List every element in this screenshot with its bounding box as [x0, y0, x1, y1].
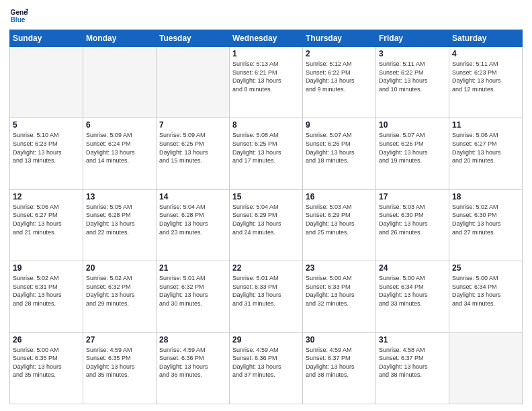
day-info: Sunrise: 5:03 AM Sunset: 6:30 PM Dayligh… — [379, 203, 446, 236]
calendar-cell: 22Sunrise: 5:01 AM Sunset: 6:33 PM Dayli… — [230, 261, 303, 332]
day-info: Sunrise: 5:09 AM Sunset: 6:24 PM Dayligh… — [86, 131, 153, 165]
calendar-cell: 1Sunrise: 5:13 AM Sunset: 6:21 PM Daylig… — [230, 47, 303, 118]
day-info: Sunrise: 5:04 AM Sunset: 6:28 PM Dayligh… — [159, 203, 226, 236]
calendar-cell: 9Sunrise: 5:07 AM Sunset: 6:26 PM Daylig… — [303, 118, 376, 189]
day-number: 17 — [379, 192, 446, 201]
day-info: Sunrise: 5:00 AM Sunset: 6:34 PM Dayligh… — [452, 274, 519, 308]
logo: General Blue — [9, 7, 31, 26]
weekday-header-row: SundayMondayTuesdayWednesdayThursdayFrid… — [10, 30, 523, 47]
day-info: Sunrise: 5:01 AM Sunset: 6:33 PM Dayligh… — [232, 274, 300, 308]
week-row-4: 19Sunrise: 5:02 AM Sunset: 6:31 PM Dayli… — [10, 261, 523, 332]
day-info: Sunrise: 5:06 AM Sunset: 6:27 PM Dayligh… — [13, 203, 80, 236]
day-info: Sunrise: 5:11 AM Sunset: 6:22 PM Dayligh… — [379, 60, 446, 93]
day-number: 3 — [379, 49, 446, 58]
calendar-cell: 3Sunrise: 5:11 AM Sunset: 6:22 PM Daylig… — [376, 47, 449, 118]
day-number: 1 — [232, 49, 300, 58]
calendar-cell: 10Sunrise: 5:07 AM Sunset: 6:26 PM Dayli… — [376, 118, 449, 189]
day-info: Sunrise: 5:02 AM Sunset: 6:31 PM Dayligh… — [13, 274, 80, 308]
day-number: 28 — [159, 335, 226, 345]
day-number: 6 — [86, 120, 153, 130]
week-row-5: 26Sunrise: 5:00 AM Sunset: 6:35 PM Dayli… — [10, 332, 523, 404]
day-number: 10 — [379, 120, 446, 130]
week-row-1: 1Sunrise: 5:13 AM Sunset: 6:21 PM Daylig… — [10, 47, 523, 118]
day-info: Sunrise: 5:05 AM Sunset: 6:28 PM Dayligh… — [86, 203, 153, 236]
day-info: Sunrise: 4:59 AM Sunset: 6:35 PM Dayligh… — [86, 346, 153, 379]
calendar-cell: 6Sunrise: 5:09 AM Sunset: 6:24 PM Daylig… — [83, 118, 157, 189]
weekday-header-wednesday: Wednesday — [230, 30, 303, 47]
weekday-header-tuesday: Tuesday — [157, 30, 230, 47]
day-number: 4 — [452, 49, 519, 58]
calendar-cell: 2Sunrise: 5:12 AM Sunset: 6:22 PM Daylig… — [303, 47, 376, 118]
day-info: Sunrise: 5:09 AM Sunset: 6:25 PM Dayligh… — [159, 131, 226, 165]
day-number: 13 — [86, 192, 153, 201]
day-number: 20 — [86, 263, 153, 273]
day-info: Sunrise: 4:59 AM Sunset: 6:36 PM Dayligh… — [159, 346, 226, 379]
calendar-cell: 14Sunrise: 5:04 AM Sunset: 6:28 PM Dayli… — [157, 189, 230, 261]
day-info: Sunrise: 5:07 AM Sunset: 6:26 PM Dayligh… — [306, 131, 373, 165]
weekday-header-thursday: Thursday — [303, 30, 376, 47]
calendar-cell — [157, 47, 230, 118]
day-number: 31 — [379, 335, 446, 345]
day-info: Sunrise: 4:59 AM Sunset: 6:36 PM Dayligh… — [232, 346, 300, 379]
day-number: 23 — [306, 263, 373, 273]
calendar-cell — [83, 47, 157, 118]
calendar-cell: 15Sunrise: 5:04 AM Sunset: 6:29 PM Dayli… — [230, 189, 303, 261]
weekday-header-saturday: Saturday — [449, 30, 523, 47]
day-number: 15 — [232, 192, 300, 201]
day-number: 18 — [452, 192, 519, 201]
day-info: Sunrise: 5:07 AM Sunset: 6:26 PM Dayligh… — [379, 131, 446, 165]
svg-text:Blue: Blue — [11, 16, 26, 24]
calendar-cell: 13Sunrise: 5:05 AM Sunset: 6:28 PM Dayli… — [83, 189, 157, 261]
weekday-header-monday: Monday — [83, 30, 157, 47]
day-number: 21 — [159, 263, 226, 273]
calendar-cell: 27Sunrise: 4:59 AM Sunset: 6:35 PM Dayli… — [83, 332, 157, 404]
day-number: 22 — [232, 263, 300, 273]
calendar-cell: 7Sunrise: 5:09 AM Sunset: 6:25 PM Daylig… — [157, 118, 230, 189]
day-info: Sunrise: 5:11 AM Sunset: 6:23 PM Dayligh… — [452, 60, 519, 93]
day-info: Sunrise: 5:00 AM Sunset: 6:34 PM Dayligh… — [379, 274, 446, 308]
day-number: 9 — [306, 120, 373, 130]
weekday-header-sunday: Sunday — [10, 30, 83, 47]
calendar-cell: 18Sunrise: 5:02 AM Sunset: 6:30 PM Dayli… — [449, 189, 523, 261]
calendar-cell: 16Sunrise: 5:03 AM Sunset: 6:29 PM Dayli… — [303, 189, 376, 261]
day-number: 11 — [452, 120, 519, 130]
calendar-table: SundayMondayTuesdayWednesdayThursdayFrid… — [9, 30, 523, 404]
calendar-cell: 8Sunrise: 5:08 AM Sunset: 6:25 PM Daylig… — [230, 118, 303, 189]
day-number: 26 — [13, 335, 80, 345]
calendar-cell: 31Sunrise: 4:58 AM Sunset: 6:37 PM Dayli… — [376, 332, 449, 404]
calendar-cell: 30Sunrise: 4:59 AM Sunset: 6:37 PM Dayli… — [303, 332, 376, 404]
calendar-cell: 21Sunrise: 5:01 AM Sunset: 6:32 PM Dayli… — [157, 261, 230, 332]
day-info: Sunrise: 5:08 AM Sunset: 6:25 PM Dayligh… — [232, 131, 300, 165]
day-info: Sunrise: 5:00 AM Sunset: 6:33 PM Dayligh… — [306, 274, 373, 308]
calendar-cell: 17Sunrise: 5:03 AM Sunset: 6:30 PM Dayli… — [376, 189, 449, 261]
calendar-cell: 11Sunrise: 5:06 AM Sunset: 6:27 PM Dayli… — [449, 118, 523, 189]
day-number: 25 — [452, 263, 519, 273]
day-info: Sunrise: 5:00 AM Sunset: 6:35 PM Dayligh… — [13, 346, 80, 379]
week-row-2: 5Sunrise: 5:10 AM Sunset: 6:23 PM Daylig… — [10, 118, 523, 189]
week-row-3: 12Sunrise: 5:06 AM Sunset: 6:27 PM Dayli… — [10, 189, 523, 261]
day-number: 14 — [159, 192, 226, 201]
day-number: 2 — [306, 49, 373, 58]
day-number: 27 — [86, 335, 153, 345]
calendar-cell: 23Sunrise: 5:00 AM Sunset: 6:33 PM Dayli… — [303, 261, 376, 332]
day-number: 24 — [379, 263, 446, 273]
day-info: Sunrise: 4:58 AM Sunset: 6:37 PM Dayligh… — [379, 346, 446, 379]
day-info: Sunrise: 4:59 AM Sunset: 6:37 PM Dayligh… — [306, 346, 373, 379]
calendar-cell: 12Sunrise: 5:06 AM Sunset: 6:27 PM Dayli… — [10, 189, 83, 261]
logo-icon: General Blue — [9, 7, 28, 26]
day-number: 7 — [159, 120, 226, 130]
calendar-cell: 4Sunrise: 5:11 AM Sunset: 6:23 PM Daylig… — [449, 47, 523, 118]
calendar-cell — [10, 47, 83, 118]
day-info: Sunrise: 5:02 AM Sunset: 6:32 PM Dayligh… — [86, 274, 153, 308]
day-number: 30 — [306, 335, 373, 345]
day-number: 19 — [13, 263, 80, 273]
day-number: 8 — [232, 120, 300, 130]
day-info: Sunrise: 5:01 AM Sunset: 6:32 PM Dayligh… — [159, 274, 226, 308]
day-info: Sunrise: 5:13 AM Sunset: 6:21 PM Dayligh… — [232, 60, 300, 93]
day-info: Sunrise: 5:12 AM Sunset: 6:22 PM Dayligh… — [306, 60, 373, 93]
calendar-cell: 29Sunrise: 4:59 AM Sunset: 6:36 PM Dayli… — [230, 332, 303, 404]
weekday-header-friday: Friday — [376, 30, 449, 47]
day-info: Sunrise: 5:04 AM Sunset: 6:29 PM Dayligh… — [232, 203, 300, 236]
calendar-cell: 25Sunrise: 5:00 AM Sunset: 6:34 PM Dayli… — [449, 261, 523, 332]
calendar-cell: 5Sunrise: 5:10 AM Sunset: 6:23 PM Daylig… — [10, 118, 83, 189]
